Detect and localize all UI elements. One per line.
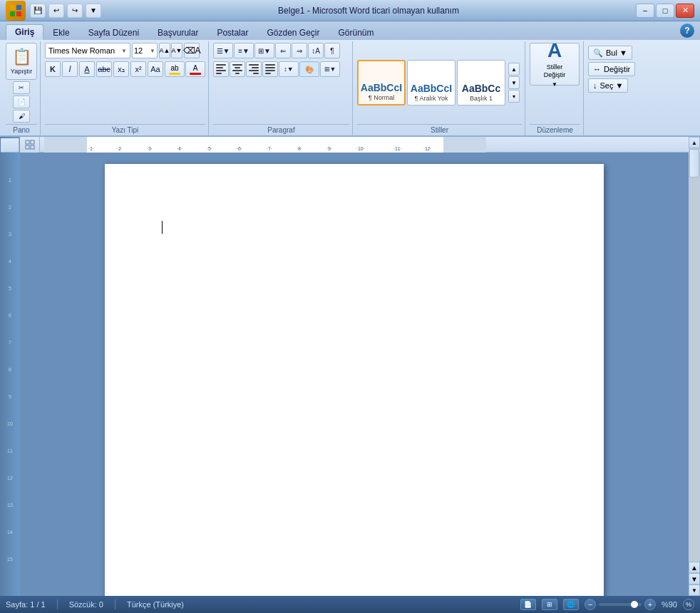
zoom-thumb[interactable] [631,601,638,608]
v-ruler-mark-12: 12 [7,453,13,480]
svg-rect-3 [16,11,21,16]
cut-button[interactable]: ✂ [13,81,30,94]
zoom-out-btn[interactable]: − [585,599,596,610]
styles-content: AaBbCcI ¶ Normal AaBbCcI ¶ Aralık Yok Aa… [357,43,522,123]
v-ruler-mark-8: 8 [7,345,13,372]
borders-btn[interactable]: ⊞▼ [320,61,340,77]
style-normal[interactable]: AaBbCcI ¶ Normal [357,60,406,105]
scroll-area[interactable] [20,153,689,596]
tab-postalar[interactable]: Postalar [207,24,257,40]
sort-btn[interactable]: ↕A [308,43,324,58]
maximize-button[interactable]: □ [656,4,674,18]
scroll-down-btn[interactable]: ▼ [689,584,700,596]
tab-giris[interactable]: Giriş [6,24,43,40]
superscript-button[interactable]: x² [130,61,146,77]
view-print-btn[interactable]: 📄 [520,599,536,610]
decrease-font-btn[interactable]: A▼ [171,43,182,58]
v-ruler-mark-13: 13 [7,480,13,508]
zoom-percentage-btn[interactable]: % [683,599,694,610]
style-no-spacing[interactable]: AaBbCcI ¶ Aralık Yok [407,60,455,105]
view-full-btn[interactable]: ⊞ [542,599,557,610]
increase-font-btn[interactable]: A▲ [159,43,170,58]
undo-quick-btn[interactable]: ↩ [48,4,64,18]
font-row2: K İ A abc x₂ x² Aa ab A [45,61,205,77]
para-row1: ☰▼ ≡▼ ⊞▼ ⇐ ⇒ ↕A ¶ [213,43,340,58]
align-center-btn[interactable] [230,61,245,77]
style-heading1[interactable]: AaBbCc Başlık 1 [457,60,505,105]
qa-dropdown-btn[interactable]: ▼ [86,4,101,18]
numbering-button[interactable]: ≡▼ [234,43,254,58]
underline-button[interactable]: A [79,61,95,77]
ruler-tick-12: ·12· [423,146,432,151]
font-group-label: Yazı Tipi [45,124,205,135]
styles-expand[interactable]: ▾ [508,90,520,103]
font-content: Times New Roman ▼ 12 ▼ A▲ A▼ ⌫A K İ [45,43,205,123]
align-left-btn[interactable] [213,61,229,77]
zoom-in-btn[interactable]: + [644,599,656,610]
text-highlight-button[interactable]: ab [165,61,185,77]
align-right-btn[interactable] [246,61,262,77]
copy-button[interactable]: 📄 [13,96,30,108]
select-button[interactable]: ↓ Seç ▼ [588,78,628,93]
change-styles-label: StillerDeğiştir [544,63,566,79]
v-ruler-mark-4: 4 [7,237,13,264]
show-formatting-btn[interactable]: ¶ [324,43,340,58]
tab-gozden-gec[interactable]: Gözden Geçir [257,24,329,40]
view-web-btn[interactable]: 🌐 [563,599,579,610]
paste-button[interactable]: 📋 Yapıştır [6,43,37,80]
font-name-selector[interactable]: Times New Roman ▼ [45,43,130,58]
language-info[interactable]: Türkçe (Türkiye) [127,600,184,609]
format-painter-button[interactable]: 🖌 [13,110,30,123]
bullets-button[interactable]: ☰▼ [213,43,233,58]
highlight-strip [169,73,180,75]
styles-scroll-down[interactable]: ▼ [508,76,520,89]
bold-button[interactable]: K [45,61,61,77]
paste-label: Yapıştır [11,68,32,75]
scroll-up-btn[interactable]: ▲ [689,137,700,148]
ribbon-content: 📋 Yapıştır ✂ 📄 🖌 Pano Times New Roman ▼ [0,40,700,135]
ruler-left-margin [44,137,87,153]
font-size-text: 12 [134,46,143,55]
shading-btn[interactable]: 🎨 [299,61,319,77]
zoom-track[interactable] [599,603,642,606]
strikethrough-button[interactable]: abc [96,61,112,77]
tab-gorunum[interactable]: Görünüm [329,24,384,40]
scroll-page-down-btn[interactable]: ▼ [689,573,700,584]
scroll-track[interactable] [689,148,700,562]
tab-sayfa-duzeni[interactable]: Sayfa Düzeni [79,24,148,40]
document-page[interactable] [105,164,604,596]
decrease-indent-btn[interactable]: ⇐ [275,43,291,58]
size-change-btns: A▲ A▼ [159,43,182,58]
close-button[interactable]: ✕ [676,4,694,18]
subscript-button[interactable]: x₂ [113,61,129,77]
scroll-page-up-btn[interactable]: ▲ [689,562,700,573]
multilevel-button[interactable]: ⊞▼ [254,43,274,58]
tab-basvurular[interactable]: Başvurular [148,24,207,40]
line-spacing-btn[interactable]: ↕▼ [279,61,299,77]
office-button[interactable] [6,1,26,21]
styles-scroll-up[interactable]: ▲ [508,63,520,76]
status-divider-1 [57,599,58,609]
italic-button[interactable]: İ [62,61,78,77]
zoom-level[interactable]: %90 [662,600,677,609]
increase-indent-btn[interactable]: ⇒ [292,43,307,58]
change-styles-btn[interactable]: A StillerDeğiştir ▼ [530,43,580,86]
vertical-ruler: 1 2 3 4 5 6 7 8 9 10 11 12 13 14 15 [0,137,20,596]
style-heading1-preview: AaBbCc [462,83,500,93]
font-size-selector[interactable]: 12 ▼ [132,43,158,58]
tab-ekle[interactable]: Ekle [43,24,78,40]
ruler-tick-7: ·7· [267,146,272,151]
minimize-button[interactable]: − [636,4,654,18]
clear-format-btn[interactable]: ⌫A [184,43,200,58]
find-button[interactable]: 🔍 Bul ▼ [588,46,632,60]
help-button[interactable]: ? [680,24,694,38]
replace-button[interactable]: ↔ Değiştir [588,62,635,76]
scroll-thumb[interactable] [689,149,699,177]
style-heading1-label: Başlık 1 [470,95,493,102]
case-button[interactable]: Aa [148,61,163,77]
font-color-button[interactable]: A [185,61,205,77]
save-quick-btn[interactable]: 💾 [30,4,46,18]
ruler-corner-icon[interactable] [20,137,40,153]
redo-quick-btn[interactable]: ↪ [67,4,83,18]
justify-btn[interactable] [262,61,278,77]
